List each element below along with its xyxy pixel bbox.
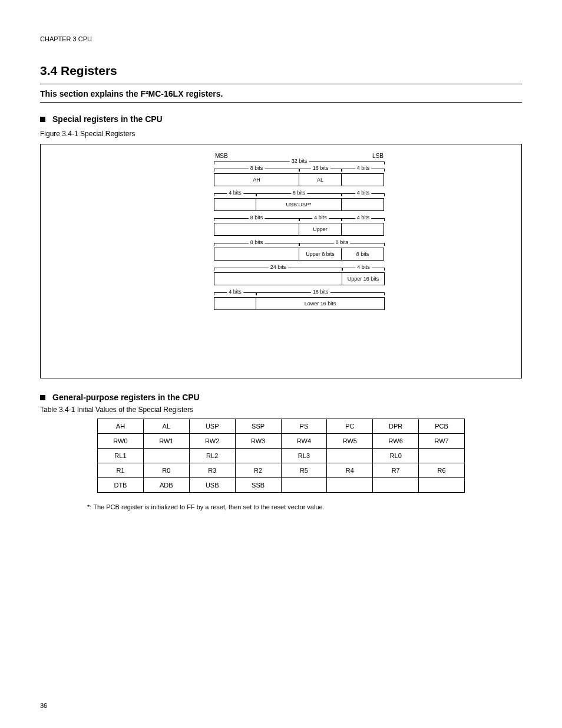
td: R0: [143, 463, 189, 478]
td: R3: [189, 463, 235, 478]
td: RW5: [327, 434, 373, 449]
brace-r6-a: 4 bits: [227, 289, 243, 295]
msb-label: MSB: [215, 153, 228, 159]
td: RL2: [189, 449, 235, 463]
brace-r1-c: 4 bits: [355, 165, 372, 171]
td: [419, 478, 465, 493]
reg-cell: [214, 223, 299, 236]
td: [235, 449, 281, 463]
brace-r1-a: 8 bits: [249, 165, 265, 171]
td: RL0: [373, 449, 419, 463]
divider-thin: [40, 102, 522, 103]
td: SSB: [235, 478, 281, 493]
brace-r3-a: 8 bits: [249, 215, 265, 220]
td: [143, 449, 189, 463]
th: PC: [327, 419, 373, 434]
reg-cell: [214, 272, 342, 285]
brace-r2-a: 4 bits: [227, 190, 243, 196]
brace-r2-b: 8 bits: [291, 190, 308, 196]
section-title: 3.4 Registers: [40, 64, 522, 78]
table-header-row: AH AL USP SSP PS PC DPR PCB: [98, 419, 465, 434]
lsb-label: LSB: [372, 153, 384, 159]
table-row: DTB ADB USB SSB: [98, 478, 465, 493]
reg-cell: [342, 173, 384, 186]
footnote: *: The PCB register is initialized to FF…: [87, 503, 522, 510]
reg-cell: AL: [299, 173, 342, 186]
heading-text: Special registers in the CPU: [52, 114, 163, 124]
reg-cell: [342, 198, 384, 211]
th: AL: [143, 419, 189, 434]
reg-cell: AH: [214, 173, 299, 186]
reg-cell: Upper 8 bits: [299, 248, 342, 261]
reg-cell: Upper 16 bits: [342, 272, 385, 285]
heading-general-registers: General-purpose registers in the CPU: [40, 393, 522, 402]
brace-32: 32 bits: [290, 158, 309, 164]
td: RL3: [281, 449, 327, 463]
table-row: RW0 RW1 RW2 RW3 RW4 RW5 RW6 RW7: [98, 434, 465, 449]
chapter-tag: CHAPTER 3 CPU: [40, 35, 522, 42]
td: [327, 449, 373, 463]
td: [419, 449, 465, 463]
td: R2: [235, 463, 281, 478]
square-bullet-icon: [40, 395, 45, 400]
heading-text: General-purpose registers in the CPU: [52, 393, 200, 402]
reg-cell: Upper: [299, 223, 342, 236]
table-row: RL1 RL2 RL3 RL0: [98, 449, 465, 463]
td: [281, 478, 327, 493]
register-table: AH AL USP SSP PS PC DPR PCB RW0 RW1 RW2 …: [97, 419, 465, 493]
brace-r4-a: 8 bits: [249, 239, 265, 245]
td: RW3: [235, 434, 281, 449]
table-caption: Table 3.4-1 Initial Values of the Specia…: [40, 406, 522, 414]
brace-r1-b: 16 bits: [311, 165, 330, 171]
brace-r4-b: 8 bits: [334, 239, 351, 245]
td: RW6: [373, 434, 419, 449]
th: SSP: [235, 419, 281, 434]
td: USB: [189, 478, 235, 493]
td: ADB: [143, 478, 189, 493]
td: [327, 478, 373, 493]
td: RW2: [189, 434, 235, 449]
td: R1: [98, 463, 144, 478]
figure-caption: Figure 3.4-1 Special Registers: [40, 130, 522, 138]
th: PCB: [419, 419, 465, 434]
td: R6: [419, 463, 465, 478]
reg-cell: [342, 223, 384, 236]
th: USP: [189, 419, 235, 434]
divider-thick: [40, 84, 522, 84]
section-subtitle: This section explains the F²MC-16LX regi…: [40, 89, 522, 98]
reg-cell: Lower 16 bits: [256, 297, 385, 310]
td: [373, 478, 419, 493]
brace-r5-b: 4 bits: [355, 264, 372, 270]
reg-cell: [214, 248, 299, 261]
brace-r5-a: 24 bits: [269, 264, 288, 270]
brace-r6-b: 16 bits: [311, 289, 330, 295]
th: PS: [281, 419, 327, 434]
square-bullet-icon: [40, 117, 45, 122]
heading-special-registers: Special registers in the CPU: [40, 114, 522, 124]
td: DTB: [98, 478, 144, 493]
page-number: 36: [40, 702, 47, 709]
td: RW4: [281, 434, 327, 449]
reg-cell: 8 bits: [342, 248, 384, 261]
reg-cell: [214, 297, 256, 310]
reg-cell: [214, 198, 256, 211]
th: DPR: [373, 419, 419, 434]
brace-r3-b: 4 bits: [312, 215, 329, 220]
td: RW7: [419, 434, 465, 449]
td: R4: [327, 463, 373, 478]
brace-r3-c: 4 bits: [355, 215, 372, 220]
td: RL1: [98, 449, 144, 463]
reg-cell: USB:USP*: [256, 198, 342, 211]
td: R5: [281, 463, 327, 478]
td: RW0: [98, 434, 144, 449]
brace-r2-c: 4 bits: [355, 190, 372, 196]
th: AH: [98, 419, 144, 434]
table-row: R1 R0 R3 R2 R5 R4 R7 R6: [98, 463, 465, 478]
td: R7: [373, 463, 419, 478]
td: RW1: [143, 434, 189, 449]
figure-3-4-1: MSB LSB 32 bits 8 bits 16 bits 4 bits: [40, 144, 522, 378]
